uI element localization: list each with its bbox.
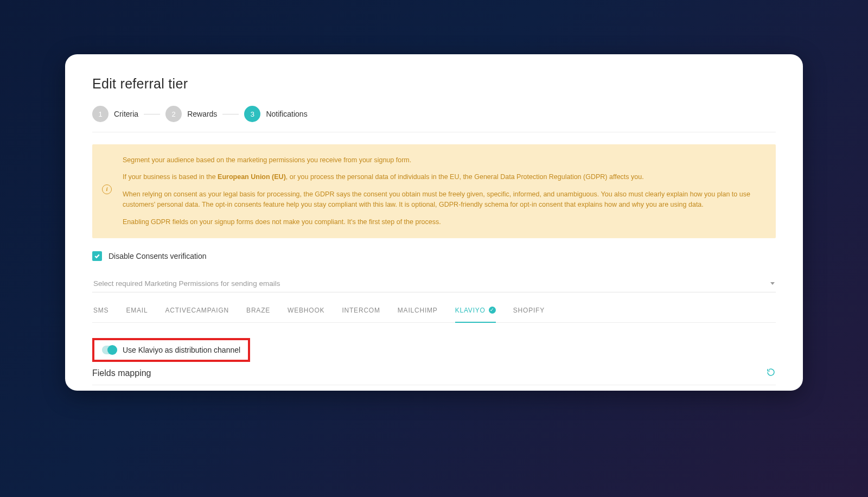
alert-line: If your business is based in the Europea… — [123, 172, 764, 182]
stepper: 1 Criteria 2 Rewards 3 Notifications — [92, 106, 776, 132]
fields-mapping-title: Fields mapping — [92, 368, 151, 378]
tab-klaviyo[interactable]: KLAVIYO — [455, 299, 496, 323]
step-criteria[interactable]: 1 Criteria — [92, 106, 138, 122]
step-connector — [222, 114, 239, 114]
consents-row: Disable Consents verification — [92, 251, 776, 261]
tab-sms[interactable]: SMS — [93, 299, 108, 323]
alert-text: If your business is based in the — [123, 173, 218, 181]
alert-line: Enabling GDPR fields on your signup form… — [123, 217, 764, 227]
use-klaviyo-toggle[interactable] — [102, 346, 117, 354]
checkmark-icon — [489, 307, 496, 314]
step-label: Criteria — [114, 110, 138, 118]
fields-mapping-header: Fields mapping — [92, 367, 776, 385]
tab-intercom[interactable]: INTERCOM — [342, 299, 380, 323]
alert-text: , or you process the personal data of in… — [286, 173, 644, 181]
highlighted-toggle-area: Use Klaviyo as distribution channel — [92, 338, 250, 362]
alert-bold: European Union (EU) — [218, 173, 286, 181]
settings-card: Edit referral tier 1 Criteria 2 Rewards … — [65, 54, 803, 391]
tab-shopify[interactable]: SHOPIFY — [513, 299, 545, 323]
tab-braze[interactable]: BRAZE — [246, 299, 270, 323]
step-notifications[interactable]: 3 Notifications — [244, 106, 307, 122]
tab-label: KLAVIYO — [455, 307, 486, 314]
step-label: Notifications — [266, 110, 307, 118]
page-title: Edit referral tier — [92, 76, 776, 92]
disable-consents-checkbox[interactable] — [92, 251, 102, 261]
step-number: 1 — [92, 106, 108, 122]
restore-icon[interactable] — [766, 367, 776, 379]
disable-consents-label: Disable Consents verification — [108, 252, 207, 260]
marketing-permissions-select[interactable]: Select required Marketing Permissions fo… — [92, 276, 776, 292]
tab-mailchimp[interactable]: MAILCHIMP — [398, 299, 438, 323]
alert-line: Segment your audience based on the marke… — [123, 155, 764, 165]
step-rewards[interactable]: 2 Rewards — [165, 106, 217, 122]
use-klaviyo-label: Use Klaviyo as distribution channel — [123, 346, 240, 354]
step-connector — [144, 114, 160, 114]
alert-line: When relying on consent as your legal ba… — [123, 189, 764, 211]
step-number: 2 — [165, 106, 182, 122]
info-icon: i — [102, 184, 112, 194]
step-number: 3 — [244, 106, 260, 122]
gdpr-alert: i Segment your audience based on the mar… — [92, 144, 776, 238]
channel-tabs: SMS EMAIL ACTIVECAMPAIGN BRAZE WEBHOOK I… — [92, 299, 776, 323]
tab-activecampaign[interactable]: ACTIVECAMPAIGN — [165, 299, 229, 323]
tab-email[interactable]: EMAIL — [126, 299, 148, 323]
tab-webhook[interactable]: WEBHOOK — [288, 299, 324, 323]
chevron-down-icon — [770, 282, 775, 285]
step-label: Rewards — [187, 110, 217, 118]
select-placeholder: Select required Marketing Permissions fo… — [93, 279, 280, 288]
